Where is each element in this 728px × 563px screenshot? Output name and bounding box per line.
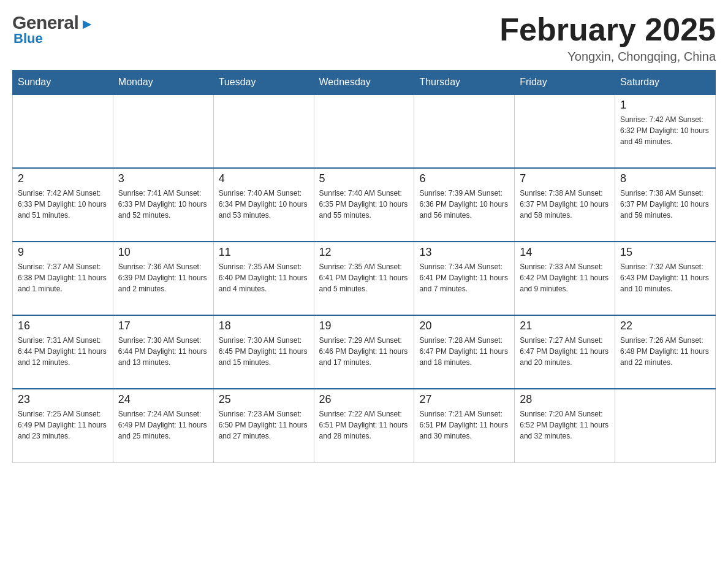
day-number: 16 bbox=[18, 320, 108, 332]
table-row: 4Sunrise: 7:40 AM Sunset: 6:34 PM Daylig… bbox=[213, 168, 314, 242]
day-number: 3 bbox=[118, 172, 208, 185]
table-row bbox=[414, 94, 515, 168]
day-info: Sunrise: 7:38 AM Sunset: 6:37 PM Dayligh… bbox=[620, 188, 710, 221]
day-number: 26 bbox=[319, 393, 409, 406]
day-info: Sunrise: 7:40 AM Sunset: 6:35 PM Dayligh… bbox=[319, 188, 409, 221]
month-title: February 2025 bbox=[499, 12, 716, 47]
table-row: 16Sunrise: 7:31 AM Sunset: 6:44 PM Dayli… bbox=[13, 315, 113, 389]
table-row: 3Sunrise: 7:41 AM Sunset: 6:33 PM Daylig… bbox=[113, 168, 213, 242]
day-number: 22 bbox=[620, 320, 710, 332]
table-row: 2Sunrise: 7:42 AM Sunset: 6:33 PM Daylig… bbox=[13, 168, 113, 242]
day-number: 12 bbox=[319, 246, 409, 259]
day-info: Sunrise: 7:29 AM Sunset: 6:46 PM Dayligh… bbox=[319, 335, 409, 368]
table-row: 20Sunrise: 7:28 AM Sunset: 6:47 PM Dayli… bbox=[414, 315, 515, 389]
day-info: Sunrise: 7:42 AM Sunset: 6:32 PM Dayligh… bbox=[620, 114, 710, 147]
table-row: 25Sunrise: 7:23 AM Sunset: 6:50 PM Dayli… bbox=[213, 389, 314, 462]
table-row: 7Sunrise: 7:38 AM Sunset: 6:37 PM Daylig… bbox=[515, 168, 615, 242]
table-row: 12Sunrise: 7:35 AM Sunset: 6:41 PM Dayli… bbox=[314, 242, 414, 315]
calendar-week-row: 16Sunrise: 7:31 AM Sunset: 6:44 PM Dayli… bbox=[13, 315, 716, 389]
day-info: Sunrise: 7:36 AM Sunset: 6:39 PM Dayligh… bbox=[118, 261, 208, 294]
day-info: Sunrise: 7:32 AM Sunset: 6:43 PM Dayligh… bbox=[620, 261, 710, 294]
day-info: Sunrise: 7:33 AM Sunset: 6:42 PM Dayligh… bbox=[520, 261, 610, 294]
day-number: 10 bbox=[118, 246, 208, 259]
logo-blue-text: Blue bbox=[13, 31, 43, 47]
calendar-table: Sunday Monday Tuesday Wednesday Thursday… bbox=[12, 70, 716, 463]
day-info: Sunrise: 7:34 AM Sunset: 6:41 PM Dayligh… bbox=[419, 261, 509, 294]
day-number: 8 bbox=[620, 172, 710, 185]
day-info: Sunrise: 7:30 AM Sunset: 6:45 PM Dayligh… bbox=[219, 335, 309, 368]
table-row: 1Sunrise: 7:42 AM Sunset: 6:32 PM Daylig… bbox=[615, 94, 716, 168]
table-row: 5Sunrise: 7:40 AM Sunset: 6:35 PM Daylig… bbox=[314, 168, 414, 242]
table-row: 27Sunrise: 7:21 AM Sunset: 6:51 PM Dayli… bbox=[414, 389, 515, 462]
day-info: Sunrise: 7:39 AM Sunset: 6:36 PM Dayligh… bbox=[419, 188, 509, 221]
logo-arrow-icon: ► bbox=[80, 15, 94, 33]
day-info: Sunrise: 7:35 AM Sunset: 6:40 PM Dayligh… bbox=[219, 261, 309, 294]
day-info: Sunrise: 7:21 AM Sunset: 6:51 PM Dayligh… bbox=[419, 408, 509, 442]
day-info: Sunrise: 7:28 AM Sunset: 6:47 PM Dayligh… bbox=[419, 335, 509, 368]
table-row: 26Sunrise: 7:22 AM Sunset: 6:51 PM Dayli… bbox=[314, 389, 414, 462]
location-text: Yongxin, Chongqing, China bbox=[499, 50, 716, 64]
table-row bbox=[213, 94, 314, 168]
day-info: Sunrise: 7:27 AM Sunset: 6:47 PM Dayligh… bbox=[520, 335, 610, 368]
col-wednesday: Wednesday bbox=[314, 71, 414, 95]
table-row: 11Sunrise: 7:35 AM Sunset: 6:40 PM Dayli… bbox=[213, 242, 314, 315]
col-saturday: Saturday bbox=[615, 71, 716, 95]
day-number: 5 bbox=[319, 172, 409, 185]
day-info: Sunrise: 7:22 AM Sunset: 6:51 PM Dayligh… bbox=[319, 408, 409, 442]
day-info: Sunrise: 7:20 AM Sunset: 6:52 PM Dayligh… bbox=[520, 408, 610, 442]
table-row: 22Sunrise: 7:26 AM Sunset: 6:48 PM Dayli… bbox=[615, 315, 716, 389]
col-monday: Monday bbox=[113, 71, 213, 95]
day-number: 1 bbox=[620, 99, 710, 112]
day-number: 9 bbox=[18, 246, 108, 259]
calendar-week-row: 23Sunrise: 7:25 AM Sunset: 6:49 PM Dayli… bbox=[13, 389, 716, 462]
logo-general-text: General► bbox=[12, 12, 94, 33]
day-info: Sunrise: 7:23 AM Sunset: 6:50 PM Dayligh… bbox=[219, 408, 309, 442]
day-info: Sunrise: 7:38 AM Sunset: 6:37 PM Dayligh… bbox=[520, 188, 610, 221]
table-row: 14Sunrise: 7:33 AM Sunset: 6:42 PM Dayli… bbox=[515, 242, 615, 315]
day-info: Sunrise: 7:41 AM Sunset: 6:33 PM Dayligh… bbox=[118, 188, 208, 221]
day-number: 23 bbox=[18, 393, 108, 406]
day-number: 15 bbox=[620, 246, 710, 259]
day-info: Sunrise: 7:37 AM Sunset: 6:38 PM Dayligh… bbox=[18, 261, 108, 294]
col-sunday: Sunday bbox=[13, 71, 113, 95]
logo: General► Blue bbox=[12, 12, 94, 47]
table-row: 13Sunrise: 7:34 AM Sunset: 6:41 PM Dayli… bbox=[414, 242, 515, 315]
day-number: 6 bbox=[419, 172, 509, 185]
day-number: 18 bbox=[219, 320, 309, 332]
day-number: 21 bbox=[520, 320, 610, 332]
table-row: 9Sunrise: 7:37 AM Sunset: 6:38 PM Daylig… bbox=[13, 242, 113, 315]
calendar-week-row: 2Sunrise: 7:42 AM Sunset: 6:33 PM Daylig… bbox=[13, 168, 716, 242]
day-number: 7 bbox=[520, 172, 610, 185]
day-number: 27 bbox=[419, 393, 509, 406]
title-area: February 2025 Yongxin, Chongqing, China bbox=[499, 12, 716, 64]
table-row: 21Sunrise: 7:27 AM Sunset: 6:47 PM Dayli… bbox=[515, 315, 615, 389]
table-row: 24Sunrise: 7:24 AM Sunset: 6:49 PM Dayli… bbox=[113, 389, 213, 462]
day-number: 20 bbox=[419, 320, 509, 332]
day-number: 4 bbox=[219, 172, 309, 185]
calendar-header-row: Sunday Monday Tuesday Wednesday Thursday… bbox=[13, 71, 716, 95]
table-row: 15Sunrise: 7:32 AM Sunset: 6:43 PM Dayli… bbox=[615, 242, 716, 315]
day-info: Sunrise: 7:31 AM Sunset: 6:44 PM Dayligh… bbox=[18, 335, 108, 368]
day-number: 24 bbox=[118, 393, 208, 406]
day-number: 28 bbox=[520, 393, 610, 406]
table-row bbox=[13, 94, 113, 168]
calendar-week-row: 1Sunrise: 7:42 AM Sunset: 6:32 PM Daylig… bbox=[13, 94, 716, 168]
table-row bbox=[515, 94, 615, 168]
col-thursday: Thursday bbox=[414, 71, 515, 95]
calendar-week-row: 9Sunrise: 7:37 AM Sunset: 6:38 PM Daylig… bbox=[13, 242, 716, 315]
day-info: Sunrise: 7:24 AM Sunset: 6:49 PM Dayligh… bbox=[118, 408, 208, 442]
table-row: 28Sunrise: 7:20 AM Sunset: 6:52 PM Dayli… bbox=[515, 389, 615, 462]
col-tuesday: Tuesday bbox=[213, 71, 314, 95]
day-info: Sunrise: 7:35 AM Sunset: 6:41 PM Dayligh… bbox=[319, 261, 409, 294]
table-row bbox=[314, 94, 414, 168]
table-row bbox=[113, 94, 213, 168]
day-info: Sunrise: 7:42 AM Sunset: 6:33 PM Dayligh… bbox=[18, 188, 108, 221]
day-number: 14 bbox=[520, 246, 610, 259]
day-info: Sunrise: 7:30 AM Sunset: 6:44 PM Dayligh… bbox=[118, 335, 208, 368]
table-row bbox=[615, 389, 716, 462]
day-number: 11 bbox=[219, 246, 309, 259]
table-row: 17Sunrise: 7:30 AM Sunset: 6:44 PM Dayli… bbox=[113, 315, 213, 389]
day-info: Sunrise: 7:40 AM Sunset: 6:34 PM Dayligh… bbox=[219, 188, 309, 221]
table-row: 19Sunrise: 7:29 AM Sunset: 6:46 PM Dayli… bbox=[314, 315, 414, 389]
day-number: 17 bbox=[118, 320, 208, 332]
